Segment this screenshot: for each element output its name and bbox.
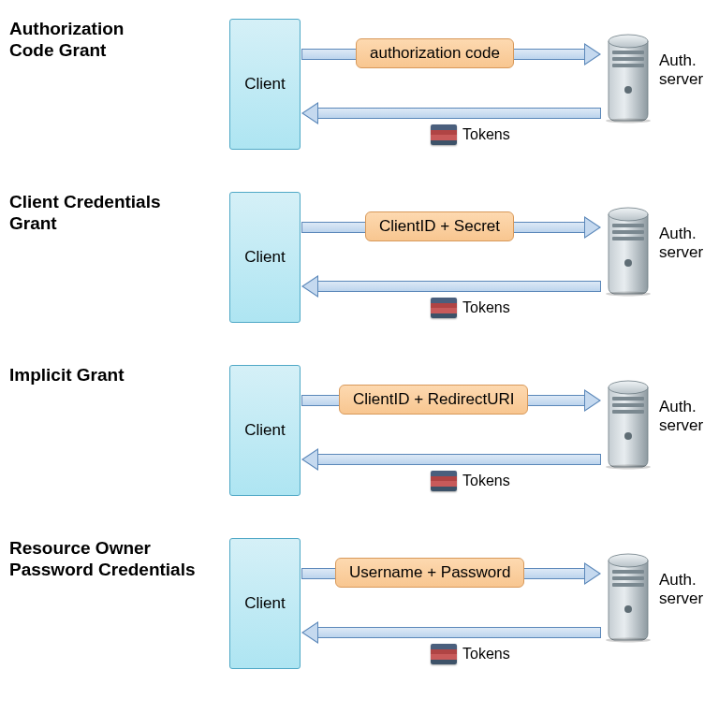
- tokens-icon: [431, 471, 457, 491]
- svg-point-16: [624, 432, 632, 440]
- svg-point-5: [606, 119, 651, 124]
- auth-server-label: Auth.server: [659, 225, 703, 261]
- tokens-label: Tokens: [431, 644, 510, 664]
- server-icon: [603, 549, 653, 643]
- tokens-label: Tokens: [431, 471, 510, 491]
- client-box: Client: [229, 19, 301, 150]
- svg-point-17: [606, 465, 651, 470]
- auth-server-label: Auth.server: [659, 571, 703, 607]
- svg-rect-7: [612, 224, 644, 227]
- server-icon: [603, 376, 653, 470]
- svg-rect-8: [612, 230, 644, 234]
- payload-pill: Username + Password: [335, 558, 524, 588]
- auth-server: [603, 549, 653, 647]
- flow-2: Implicit Grant Client ClientID + Redirec…: [9, 365, 710, 538]
- client-box: Client: [229, 365, 301, 496]
- auth-server: [603, 30, 653, 127]
- tokens-icon: [431, 644, 457, 664]
- svg-rect-3: [612, 64, 644, 67]
- client-box: Client: [229, 538, 301, 669]
- flow-1: Client CredentialsGrant Client ClientID …: [9, 192, 710, 365]
- response-arrow: [301, 451, 601, 468]
- svg-rect-20: [612, 576, 644, 580]
- svg-point-23: [606, 638, 651, 643]
- payload-pill: ClientID + Secret: [365, 211, 514, 241]
- svg-rect-9: [612, 237, 644, 240]
- server-icon: [603, 30, 653, 124]
- svg-point-12: [609, 381, 648, 394]
- response-arrow: [301, 278, 601, 295]
- tokens-label: Tokens: [431, 298, 510, 318]
- flow-0: AuthorizationCode Grant Client authoriza…: [9, 19, 710, 192]
- flow-title: Client CredentialsGrant: [9, 192, 206, 235]
- response-arrow: [301, 105, 601, 122]
- svg-point-10: [624, 259, 632, 267]
- auth-server-label: Auth.server: [659, 51, 703, 88]
- flow-title: Implicit Grant: [9, 365, 206, 386]
- svg-point-18: [609, 554, 648, 567]
- svg-rect-15: [612, 410, 644, 414]
- svg-rect-21: [612, 583, 644, 587]
- auth-server-label: Auth.server: [659, 398, 703, 434]
- tokens-icon: [431, 124, 457, 145]
- svg-rect-13: [612, 397, 644, 400]
- svg-point-6: [609, 208, 648, 221]
- flow-3: Resource OwnerPassword Credentials Clien…: [9, 538, 710, 711]
- svg-rect-14: [612, 403, 644, 407]
- svg-rect-19: [612, 570, 644, 574]
- server-icon: [603, 203, 653, 297]
- payload-pill: ClientID + RedirectURI: [339, 385, 528, 415]
- svg-rect-2: [612, 57, 644, 61]
- flow-title: Resource OwnerPassword Credentials: [9, 538, 206, 581]
- client-box: Client: [229, 192, 301, 323]
- svg-point-4: [624, 86, 632, 94]
- response-arrow: [301, 624, 601, 641]
- auth-server: [603, 203, 653, 300]
- svg-point-11: [606, 292, 651, 297]
- auth-server: [603, 376, 653, 473]
- flow-title: AuthorizationCode Grant: [9, 19, 206, 62]
- svg-point-22: [624, 605, 632, 613]
- tokens-label: Tokens: [431, 124, 510, 145]
- tokens-icon: [431, 298, 457, 318]
- payload-pill: authorization code: [356, 38, 514, 68]
- svg-rect-1: [612, 51, 644, 54]
- svg-point-0: [609, 35, 648, 48]
